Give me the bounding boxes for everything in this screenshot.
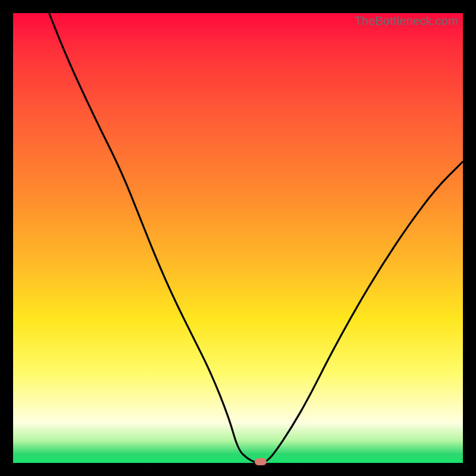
min-point-marker — [255, 458, 267, 465]
bottleneck-curve — [13, 13, 463, 463]
chart-frame: TheBottleneck.com — [0, 0, 476, 476]
plot-area: TheBottleneck.com — [13, 13, 463, 463]
